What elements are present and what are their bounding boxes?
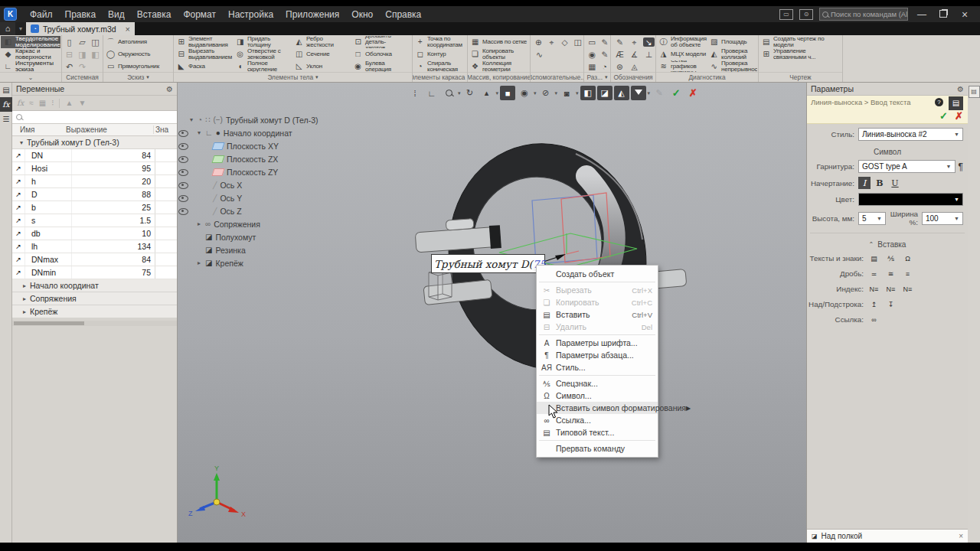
menu-item-вырезать[interactable]: ✂ВырезатьCtrl+X — [537, 284, 658, 296]
confirm-button[interactable]: ✓ — [939, 110, 948, 122]
section-view-icon[interactable]: ▭ — [587, 37, 597, 47]
menu-item-удалить[interactable]: ⊟УдалитьDel — [537, 321, 658, 333]
aux-axis-icon[interactable]: ⊕ — [534, 37, 544, 47]
shaded-display-button[interactable]: ■ — [500, 86, 515, 100]
model-tree-tab[interactable]: ▤ — [0, 83, 12, 97]
menu-item-прервать-команду[interactable]: Прервать команду — [537, 442, 658, 455]
triangle-right-icon[interactable]: ▸ — [196, 259, 202, 266]
boolean-button[interactable]: ◉Булева операция — [351, 60, 410, 73]
save-as-icon[interactable]: ◧ — [89, 48, 102, 60]
undo-icon[interactable]: ↶ — [63, 60, 76, 73]
menu-item-типовой-текст-[interactable]: ▤Типовой текст... — [537, 426, 658, 439]
insert-section-header[interactable]: ⌃Вставка — [807, 240, 968, 249]
command-target-icon[interactable]: ⊙ — [799, 9, 813, 20]
dependencies-icon[interactable]: ⁝ — [51, 99, 54, 107]
wireframe-display-button[interactable]: ◉ — [517, 86, 532, 100]
model-view-button[interactable]: ◪ — [597, 86, 612, 100]
annotation-pencil-icon[interactable]: ✎ — [614, 37, 626, 47]
command-search-input[interactable]: Поиск по командам (Alt+/) — [819, 8, 908, 21]
move-up-icon[interactable]: ▲ — [65, 99, 73, 107]
save-document-icon[interactable]: ◫ — [89, 36, 102, 48]
restore-button[interactable] — [936, 9, 951, 20]
tree-item[interactable]: ▸∞Сопряжения — [178, 217, 318, 230]
pilcrow-icon[interactable]: ¶ — [959, 161, 963, 172]
menu-item-спецзнак-[interactable]: ⅍Спецзнак... — [537, 377, 658, 390]
fraction-full-icon[interactable]: ≡ — [901, 268, 914, 279]
variable-row[interactable]: ↗DN84 — [12, 149, 177, 162]
aux-plane-offset-icon[interactable]: ◇ — [560, 37, 570, 47]
tree-item[interactable]: ╱Ось Y — [178, 191, 318, 204]
grid-array-button[interactable]: ▦Массив по сетке — [469, 36, 529, 48]
edit-pencil-button[interactable]: ✎ — [652, 86, 667, 100]
coordinate-mode-button[interactable]: ∟ — [424, 86, 439, 100]
area-button[interactable]: ▨Площадь — [707, 36, 757, 48]
conical-spiral-button[interactable]: ◔Спираль коническая — [413, 60, 466, 73]
font-select[interactable]: GOST type A▼ — [858, 160, 956, 173]
tree-item[interactable]: Плоскость ZX — [178, 152, 318, 165]
height-select[interactable]: 5▼ — [858, 212, 886, 225]
section-pencil-icon[interactable]: ✎ — [600, 50, 610, 59]
shell-button[interactable]: □Оболочка — [351, 48, 410, 60]
angle-dim-icon[interactable]: ∡ — [629, 50, 640, 59]
camera-view-button[interactable]: ◙ — [559, 86, 574, 100]
rectangle-button[interactable]: ▭Прямоугольник — [104, 60, 172, 73]
tree-item[interactable]: Плоскость XY — [178, 139, 318, 152]
variable-row[interactable]: ↗h20 — [12, 175, 177, 188]
overscript-icon[interactable]: ↥ — [867, 298, 880, 310]
curvature-grid-button[interactable]: ≋Сетка графиков кривизны — [657, 60, 707, 73]
cancel-button[interactable]: ✗ — [685, 86, 701, 100]
model-viewport[interactable]: ⁞∟▾↻▴▾■◉▾⊘▾◙▾◧◪◭▾✎✓✗ ▾◔∷(−)Трубный хомут… — [178, 83, 806, 543]
add-part-blank-button[interactable]: ⊡Добавить деталь-заготов... — [351, 36, 410, 48]
model-mcx-button[interactable]: ◮МЦХ модели — [657, 48, 707, 60]
index-medium-icon[interactable]: N≡ — [884, 283, 897, 295]
leader-text-input[interactable]: Трубный хомут D(75- — [431, 254, 545, 273]
tab-list-caret[interactable]: ▾ — [15, 22, 26, 35]
close-button[interactable]: × — [957, 8, 972, 21]
variables-search-input[interactable] — [12, 111, 177, 124]
tree-item[interactable]: ◪Полухомут — [178, 230, 318, 243]
print-icon[interactable]: ⊟ — [63, 48, 76, 60]
cancel-button[interactable]: ✗ — [955, 110, 963, 122]
variable-expression[interactable]: 1.5 — [71, 214, 155, 227]
move-down-icon[interactable]: ▼ — [78, 99, 86, 107]
style-select[interactable]: Линия-выноска #2▼ — [858, 128, 963, 141]
tree-item[interactable]: Плоскость ZY — [178, 165, 318, 178]
minimize-button[interactable]: — — [914, 9, 929, 20]
variables-tab[interactable]: fx — [0, 97, 12, 112]
full-round-button[interactable]: ◖Полное скругление — [234, 60, 292, 73]
aux-plane-icon[interactable]: ⌖ — [547, 37, 557, 47]
menu-8[interactable]: Справка — [379, 9, 427, 20]
gear-icon[interactable]: ⚙ — [957, 85, 964, 93]
menu-item-параметры-абзаца-[interactable]: ¶Параметры абзаца... — [537, 349, 658, 361]
menu-7[interactable]: Окно — [345, 9, 379, 20]
section-button[interactable]: ◫Сечение — [292, 48, 351, 60]
redo-icon[interactable]: ↷ — [76, 60, 89, 73]
insert-text-icon[interactable]: ▤ — [867, 253, 880, 264]
chamfer-button[interactable]: ◣Фаска — [175, 60, 234, 73]
filter-button[interactable] — [631, 86, 646, 100]
index-small-icon[interactable]: N≡ — [867, 283, 880, 295]
contour-button[interactable]: ◻Контур — [413, 48, 466, 60]
fx-tool-icon[interactable]: fx — [17, 99, 24, 107]
thicken-button[interactable]: ◨Придать толщину — [234, 36, 292, 48]
hide-objects-button[interactable]: ⊘ — [538, 86, 554, 100]
chevron-down-icon[interactable]: ▾ — [496, 90, 499, 96]
tree-item[interactable]: ▸◪Крепёж — [178, 256, 318, 269]
collapsed-section-row[interactable]: ▸Крепёж — [12, 305, 177, 318]
variable-row[interactable]: ↗DNmax84 — [12, 253, 177, 266]
section-edit-icon[interactable]: ✎ — [600, 37, 610, 47]
orbit-tool-button[interactable]: ↻ — [462, 86, 478, 100]
tree-item[interactable]: ◪Резинка — [178, 243, 318, 256]
close-icon[interactable]: × — [959, 532, 963, 540]
insert-special-char-icon[interactable]: ⅍ — [884, 253, 897, 264]
point-by-coordinates-button[interactable]: +Точка по координатам — [413, 36, 466, 48]
variable-expression[interactable]: 25 — [71, 201, 155, 214]
chevron-down-icon[interactable]: ▾ — [605, 74, 608, 80]
toolbar-grip-button[interactable]: ⁞ — [407, 86, 423, 100]
menu-1[interactable]: Правка — [59, 9, 103, 20]
mode-frame-surfaces[interactable]: ◆Каркас и поверхности — [1, 48, 60, 60]
variable-row[interactable]: ↗db10 — [12, 227, 177, 240]
gear-icon[interactable]: ⚙ — [166, 85, 173, 93]
countersink-hole-button[interactable]: ◎Отверстие с зенковкой — [234, 48, 292, 60]
tolerance-icon[interactable]: ◬ — [629, 62, 640, 71]
